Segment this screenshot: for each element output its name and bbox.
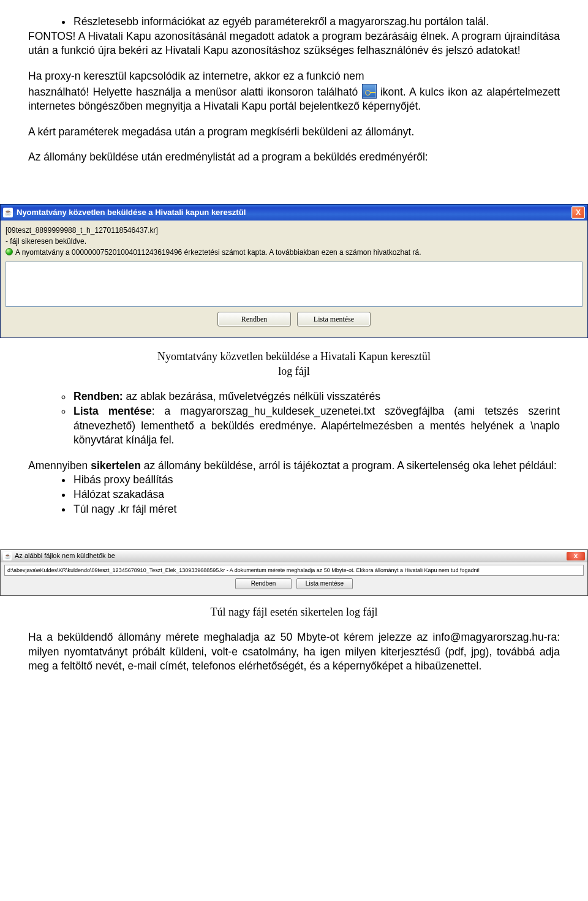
text: FONTOS! xyxy=(28,30,75,42)
dialog-title: Nyomtatvány közvetlen beküldése a Hivata… xyxy=(17,207,571,218)
close-icon[interactable]: x xyxy=(567,552,585,560)
list-item: Lista mentése: a magyarorszag_hu_kuldese… xyxy=(72,404,560,448)
save-list-button[interactable]: Lista mentése xyxy=(296,578,353,589)
text: sikertelen xyxy=(91,459,141,472)
paragraph-proxy-1: Ha proxy-n keresztül kapcsolódik az inte… xyxy=(28,69,560,84)
dialog-titlebar: ☕ Nyomtatvány közvetlen beküldése a Hiva… xyxy=(1,205,587,221)
save-list-button[interactable]: Lista mentése xyxy=(297,312,371,326)
text: használható! Helyette használja a menüso… xyxy=(28,86,362,98)
key-icon xyxy=(362,84,377,99)
text: A nyomtatvány a 000000075201004011243619… xyxy=(15,248,421,257)
text: Nyomtatvány közvetlen beküldése a Hivata… xyxy=(157,350,431,363)
paragraph-proxy-2: használható! Helyette használja a menüso… xyxy=(28,84,560,114)
bullet-portal: Részletesebb információkat az egyéb para… xyxy=(28,15,560,29)
dialog-textarea[interactable] xyxy=(6,262,582,307)
java-icon: ☕ xyxy=(3,208,13,217)
close-icon[interactable]: X xyxy=(571,206,585,219)
bullet-fail-reasons: Hibás proxy beállítás Hálózat szakadása … xyxy=(28,473,560,516)
ok-button[interactable]: Rendben xyxy=(235,578,292,589)
list-item: Rendben: az ablak bezárása, műveletvégzé… xyxy=(72,390,560,404)
text: Amennyiben xyxy=(28,459,91,472)
dialog-error: ☕ Az alábbi fájlok nem küldhetők be x d:… xyxy=(0,549,588,595)
caption-bigfile: Túl nagy fájl esetén sikertelen log fájl xyxy=(28,605,560,619)
text: az ablak bezárása, műveletvégzés nélküli… xyxy=(123,390,380,402)
dialog-titlebar: ☕ Az alábbi fájlok nem küldhetők be x xyxy=(1,550,587,562)
text: Lista mentése xyxy=(74,405,152,417)
dialog-line: [09teszt_8899999988_t_h_1270118546437.kr… xyxy=(6,225,582,235)
text: az állomány beküldése, arról is tájékozt… xyxy=(141,459,557,472)
list-item: Hálózat szakadása xyxy=(72,488,560,502)
bullet-buttons-desc: Rendben: az ablak bezárása, műveletvégzé… xyxy=(28,390,560,448)
dialog-result: ☕ Nyomtatvány közvetlen beküldése a Hiva… xyxy=(0,204,588,338)
caption-logfile: Nyomtatvány közvetlen beküldése a Hivata… xyxy=(28,349,560,379)
list-item: Túl nagy .kr fájl méret xyxy=(72,502,560,517)
text: Rendben: xyxy=(74,390,123,402)
java-icon: ☕ xyxy=(3,552,12,560)
paragraph-eredmeny: Az állomány beküldése után eredménylistá… xyxy=(28,150,560,165)
dialog-line: A nyomtatvány a 000000075201004011243619… xyxy=(6,247,582,257)
list-item: Részletesebb információkat az egyéb para… xyxy=(72,15,560,29)
paragraph-kert: A kért paraméterek megadása után a progr… xyxy=(28,125,560,140)
paragraph-fontos: FONTOS! A Hivatali Kapu azonosításánál m… xyxy=(28,29,560,58)
ok-button[interactable]: Rendben xyxy=(217,312,291,326)
text: A Hivatali Kapu azonosításánál megadott … xyxy=(28,30,560,57)
status-dot-icon xyxy=(6,248,13,255)
list-item: Hibás proxy beállítás xyxy=(72,473,560,488)
text: log fájl xyxy=(278,365,310,377)
dialog-line: - fájl sikeresen beküldve. xyxy=(6,236,582,246)
paragraph-sikertelen: Amennyiben sikertelen az állomány beküld… xyxy=(28,459,560,473)
dialog-title: Az alábbi fájlok nem küldhetők be xyxy=(15,551,567,560)
paragraph-last: Ha a beküldendő állomány mérete meghalad… xyxy=(28,630,560,674)
dialog-message: d:\abevjava\eKuldes\KR\kuldendo\09teszt_… xyxy=(4,565,584,576)
